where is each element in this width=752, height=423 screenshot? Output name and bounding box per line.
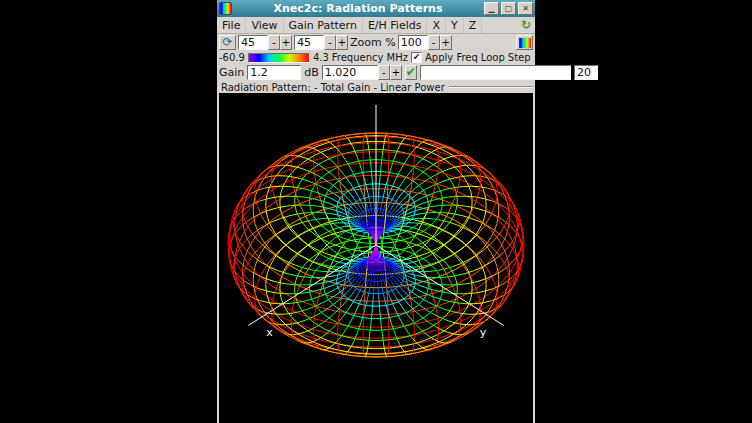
step-label: Step bbox=[508, 52, 531, 63]
svg-text:x: x bbox=[266, 326, 273, 339]
apply-freq-checkbox[interactable]: ✔ bbox=[411, 52, 422, 63]
z-axis-button[interactable]: Z bbox=[464, 18, 483, 33]
titlebar[interactable]: Xnec2c: Radiation Patterns ▁ ▢ ✕ bbox=[217, 0, 535, 17]
gain-frequency-toolbar: Gain dB - + ✔ bbox=[217, 64, 535, 81]
scale-frequency-bar: -60.9 4.3 Frequency MHz ✔ Apply Freq Loo… bbox=[217, 51, 535, 64]
green-checkmark-icon: ✔ bbox=[406, 65, 416, 79]
maximize-icon: ▢ bbox=[505, 4, 513, 13]
view-toolbar: ⟳ - + - + Zoom % - + bbox=[217, 34, 535, 51]
menu-file[interactable]: File bbox=[217, 18, 246, 33]
reset-rotation-button[interactable]: ⟳ bbox=[219, 35, 236, 50]
zoom-increment-button[interactable]: + bbox=[440, 35, 452, 50]
loop-progress-field[interactable] bbox=[420, 65, 571, 80]
rotate-decrement-button[interactable]: - bbox=[268, 35, 280, 50]
loop-button[interactable]: Loop bbox=[481, 52, 505, 63]
scale-max-value: 4.3 bbox=[313, 52, 329, 63]
incline-decrement-button[interactable]: - bbox=[324, 35, 336, 50]
gain-colorbar bbox=[248, 53, 310, 63]
pattern-canvas[interactable]: xy bbox=[219, 93, 533, 423]
app-icon bbox=[219, 2, 232, 15]
colormap-button[interactable] bbox=[516, 35, 533, 50]
apply-frequency-button[interactable]: ✔ bbox=[405, 65, 417, 80]
db-label: dB bbox=[304, 66, 319, 79]
y-axis-button[interactable]: Y bbox=[446, 18, 464, 33]
rotate-input[interactable] bbox=[238, 35, 268, 50]
redraw-button[interactable]: ↻ bbox=[517, 18, 535, 32]
frame-label: Radiation Pattern: - Total Gain - Linear… bbox=[221, 82, 445, 93]
incline-input[interactable] bbox=[294, 35, 324, 50]
menubar: File View Gain Pattern E/H Fields X Y Z … bbox=[217, 17, 535, 34]
redraw-arrow-icon: ↻ bbox=[521, 18, 531, 32]
steps-field[interactable] bbox=[574, 65, 598, 80]
window-title: Xnec2c: Radiation Patterns bbox=[234, 0, 482, 17]
close-button[interactable]: ✕ bbox=[518, 2, 533, 15]
frequency-decrement-button[interactable]: - bbox=[378, 65, 390, 80]
menu-eh-fields[interactable]: E/H Fields bbox=[363, 18, 428, 33]
scale-min-value: -60.9 bbox=[219, 52, 245, 63]
incline-increment-button[interactable]: + bbox=[336, 35, 348, 50]
x-axis-button[interactable]: X bbox=[427, 18, 446, 33]
incline-spinner: - + bbox=[294, 35, 348, 50]
apply-freq-label: Apply Freq bbox=[425, 52, 478, 63]
check-icon: ✔ bbox=[413, 53, 421, 62]
zoom-spinner: - + bbox=[398, 35, 452, 50]
rotate-increment-button[interactable]: + bbox=[280, 35, 292, 50]
zoom-input[interactable] bbox=[398, 35, 428, 50]
minimize-icon: ▁ bbox=[488, 4, 494, 13]
frame-header: Radiation Pattern: - Total Gain - Linear… bbox=[217, 81, 535, 93]
radiation-pattern-svg: xy bbox=[219, 93, 533, 423]
colormap-icon bbox=[519, 38, 531, 48]
maximize-button[interactable]: ▢ bbox=[501, 2, 516, 15]
frequency-label: Frequency MHz bbox=[332, 52, 408, 63]
radiation-patterns-window: Xnec2c: Radiation Patterns ▁ ▢ ✕ File Vi… bbox=[217, 0, 535, 423]
frequency-increment-button[interactable]: + bbox=[390, 65, 402, 80]
zoom-label: Zoom % bbox=[350, 36, 396, 49]
menu-view[interactable]: View bbox=[246, 18, 283, 33]
rotate-spinner: - + bbox=[238, 35, 292, 50]
gain-value-field[interactable] bbox=[247, 65, 301, 80]
rotate-icon: ⟳ bbox=[222, 35, 232, 49]
gain-label: Gain bbox=[219, 66, 244, 79]
menu-gain-pattern[interactable]: Gain Pattern bbox=[284, 18, 363, 33]
zoom-decrement-button[interactable]: - bbox=[428, 35, 440, 50]
frequency-spinner: - + bbox=[322, 65, 402, 80]
desktop-background: Xnec2c: Radiation Patterns ▁ ▢ ✕ File Vi… bbox=[0, 0, 752, 423]
frame-divider bbox=[449, 86, 533, 88]
svg-text:y: y bbox=[480, 326, 487, 339]
close-icon: ✕ bbox=[522, 4, 529, 13]
minimize-button[interactable]: ▁ bbox=[484, 2, 499, 15]
frequency-input[interactable] bbox=[322, 65, 378, 80]
